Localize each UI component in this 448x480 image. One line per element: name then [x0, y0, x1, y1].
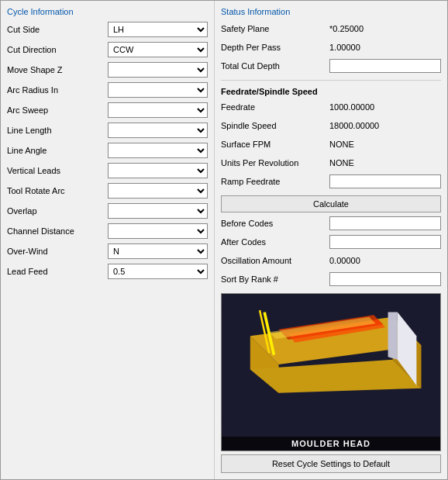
arc-radius-in-label: Arc Radius In [7, 85, 108, 95]
overlap-row: Overlap [7, 202, 208, 219]
arc-sweep-row: Arc Sweep [7, 102, 208, 119]
spindle-speed-value: 18000.00000 [329, 121, 379, 130]
channel-distance-label: Channel Distance [7, 226, 108, 236]
vertical-leads-label: Vertical Leads [7, 166, 108, 175]
spindle-speed-label: Spindle Speed [221, 121, 329, 130]
tool-rotate-arc-label: Tool Rotate Arc [7, 186, 108, 195]
move-shape-z-row: Move Shape Z [7, 61, 208, 78]
arc-sweep-label: Arc Sweep [7, 105, 108, 115]
surface-fpm-value: NONE [329, 140, 354, 149]
ramp-feedrate-label: Ramp Feedrate [221, 177, 329, 186]
moulder-image-container: MOULDER HEAD [221, 293, 441, 451]
line-length-select[interactable] [108, 123, 208, 138]
safety-plane-row: Safety Plane *0.25000 [221, 21, 441, 36]
moulder-head-label: MOULDER HEAD [222, 437, 440, 451]
surface-fpm-label: Surface FPM [221, 140, 329, 149]
cut-side-row: Cut Side LHRH [7, 21, 208, 38]
units-per-revolution-value: NONE [329, 158, 354, 167]
over-wind-select[interactable]: NY [108, 243, 208, 259]
before-codes-label: Before Codes [221, 219, 329, 228]
arc-sweep-select[interactable] [108, 102, 208, 118]
moulder-head-image: MOULDER HEAD [221, 293, 441, 451]
vertical-leads-select[interactable] [108, 163, 208, 178]
feedrate-value: 1000.00000 [329, 102, 374, 112]
lead-feed-row: Lead Feed 0.5 [7, 263, 208, 280]
safety-plane-value: *0.25000 [329, 24, 364, 33]
total-cut-depth-label: Total Cut Depth [221, 61, 329, 71]
cut-direction-row: Cut Direction CCWCW [7, 41, 208, 58]
tool-rotate-arc-select[interactable] [108, 183, 208, 199]
move-shape-z-select[interactable] [108, 62, 208, 78]
depth-per-pass-label: Depth Per Pass [221, 43, 329, 52]
safety-plane-label: Safety Plane [221, 24, 329, 33]
cycle-info-title: Cycle Information [7, 7, 208, 16]
calculate-button[interactable]: Calculate [221, 195, 441, 212]
lead-feed-select[interactable]: 0.5 [108, 264, 208, 279]
ramp-feedrate-row: Ramp Feedrate [221, 174, 441, 189]
tool-rotate-arc-row: Tool Rotate Arc [7, 182, 208, 199]
channel-distance-select[interactable] [108, 223, 208, 239]
left-panel: Cycle Information Cut Side LHRH Cut Dire… [1, 1, 215, 479]
cut-direction-select[interactable]: CCWCW [108, 42, 208, 57]
reset-cycle-button[interactable]: Reset Cycle Settings to Default [221, 454, 441, 473]
overlap-select[interactable] [108, 203, 208, 219]
total-cut-depth-row: Total Cut Depth [221, 58, 441, 74]
vertical-leads-row: Vertical Leads [7, 162, 208, 179]
after-codes-label: After Codes [221, 237, 329, 247]
after-codes-input[interactable] [329, 235, 441, 249]
over-wind-label: Over-Wind [7, 247, 108, 256]
before-codes-input[interactable] [329, 216, 441, 230]
line-angle-row: Line Angle [7, 142, 208, 159]
sort-by-rank-row: Sort By Rank # [221, 271, 441, 287]
line-angle-label: Line Angle [7, 146, 108, 155]
ramp-feedrate-input[interactable] [329, 174, 441, 188]
oscillation-amount-row: Oscillation Amount 0.00000 [221, 253, 441, 268]
sort-by-rank-label: Sort By Rank # [221, 275, 329, 284]
cut-side-select[interactable]: LHRH [108, 22, 208, 37]
sort-by-rank-input[interactable] [329, 272, 441, 286]
oscillation-amount-value: 0.00000 [329, 256, 360, 265]
surface-fpm-row: Surface FPM NONE [221, 136, 441, 152]
cut-direction-label: Cut Direction [7, 45, 108, 54]
svg-marker-9 [388, 313, 398, 360]
cut-side-label: Cut Side [7, 25, 108, 34]
oscillation-amount-label: Oscillation Amount [221, 256, 329, 265]
line-angle-select[interactable] [108, 143, 208, 158]
spindle-speed-row: Spindle Speed 18000.00000 [221, 118, 441, 133]
channel-distance-row: Channel Distance [7, 223, 208, 240]
overlap-label: Overlap [7, 206, 108, 216]
depth-per-pass-row: Depth Per Pass 1.00000 [221, 40, 441, 55]
feedrate-spindle-title: Feedrate/Spindle Speed [221, 87, 441, 96]
after-codes-row: After Codes [221, 234, 441, 250]
arc-radius-in-select[interactable] [108, 82, 208, 98]
units-per-revolution-label: Units Per Revolution [221, 158, 329, 167]
feedrate-label: Feedrate [221, 102, 329, 112]
status-info-title: Status Information [221, 7, 441, 16]
line-length-row: Line Length [7, 122, 208, 139]
lead-feed-label: Lead Feed [7, 267, 108, 276]
before-codes-row: Before Codes [221, 216, 441, 231]
depth-per-pass-value: 1.00000 [329, 43, 360, 52]
line-length-label: Line Length [7, 126, 108, 135]
feedrate-row: Feedrate 1000.00000 [221, 99, 441, 115]
total-cut-depth-input[interactable] [329, 59, 441, 73]
over-wind-row: Over-Wind NY [7, 243, 208, 260]
arc-radius-in-row: Arc Radius In [7, 81, 208, 98]
move-shape-z-label: Move Shape Z [7, 65, 108, 74]
right-panel: Status Information Safety Plane *0.25000… [215, 1, 447, 479]
units-per-revolution-row: Units Per Revolution NONE [221, 155, 441, 171]
